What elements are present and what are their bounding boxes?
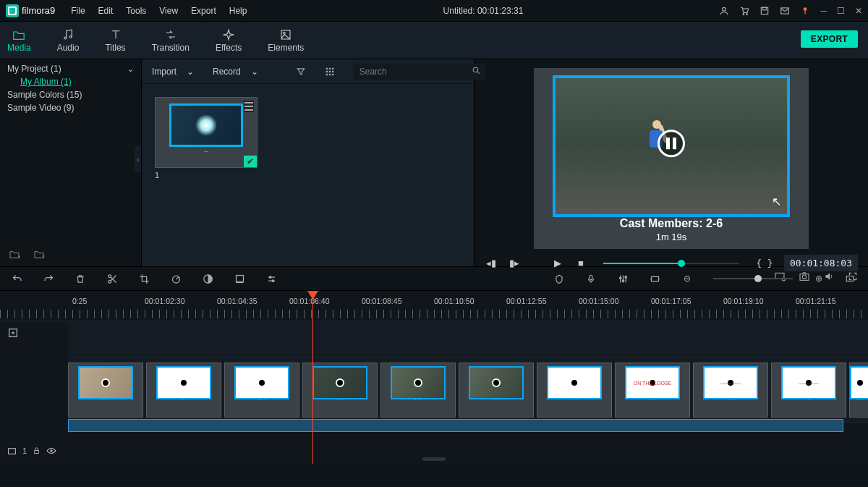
user-icon[interactable]	[719, 6, 729, 16]
render-icon[interactable]	[650, 274, 661, 284]
timeline-clip[interactable]: · · ·	[224, 363, 299, 418]
tab-transition[interactable]: Transition	[152, 28, 190, 53]
save-icon[interactable]	[760, 6, 770, 16]
pause-icon[interactable]	[658, 130, 685, 157]
timeline-clip[interactable]: ————· · ·	[693, 363, 768, 418]
video-track-header[interactable]: 1	[7, 446, 56, 455]
record-dropdown[interactable]: Record ⌄	[213, 67, 258, 77]
playback-slider[interactable]	[603, 263, 739, 264]
timeline-clip[interactable]: TH· · ·	[849, 363, 868, 418]
maximize-icon[interactable]: ☐	[837, 6, 845, 16]
voiceover-icon[interactable]	[586, 274, 597, 284]
marker-icon[interactable]	[554, 274, 566, 284]
import-dropdown[interactable]: Import ⌄	[152, 67, 194, 77]
zoom-out-icon[interactable]: ⊖	[681, 274, 693, 284]
tree-my-album[interactable]: My Album (1)	[20, 75, 134, 88]
zoom-in-icon[interactable]: ⊕	[813, 274, 825, 284]
visibility-icon[interactable]	[46, 447, 56, 454]
search-icon[interactable]	[472, 66, 481, 75]
green-screen-icon[interactable]	[234, 274, 246, 284]
stop-icon[interactable]: ■	[574, 258, 587, 268]
menu-help[interactable]: Help	[229, 6, 247, 16]
quality-settings-icon[interactable]	[774, 271, 786, 281]
clip-selection-bar[interactable]	[68, 419, 843, 432]
tab-effects[interactable]: Effects	[216, 28, 242, 53]
preview-canvas[interactable]: ↖ Cast Members: 2-6 1m 19s	[534, 68, 809, 249]
tab-elements[interactable]: Elements	[268, 28, 304, 53]
check-icon: ✔	[244, 156, 257, 167]
export-button[interactable]: EXPORT	[801, 30, 858, 48]
undo-icon[interactable]	[12, 274, 23, 284]
tab-titles[interactable]: Titles	[105, 28, 125, 53]
new-folder-icon[interactable]	[9, 249, 20, 259]
menu-tools[interactable]: Tools	[126, 6, 146, 16]
timeline-clip[interactable]: · · ·	[146, 363, 221, 418]
redo-icon[interactable]	[43, 274, 55, 284]
ruler-tick: 00:01:10:50	[434, 297, 474, 305]
message-icon[interactable]	[780, 6, 790, 16]
media-thumbnail[interactable]: ··· ✔	[155, 97, 258, 168]
svg-point-6	[804, 7, 807, 11]
delete-icon[interactable]	[75, 274, 87, 284]
filter-icon[interactable]	[296, 67, 306, 77]
notification-icon[interactable]	[800, 6, 810, 16]
timeline-clip[interactable]: · · ·	[302, 363, 378, 418]
svg-rect-13	[332, 67, 333, 69]
timeline-clip[interactable]: · · ·	[537, 363, 612, 418]
play-icon[interactable]: ▶	[551, 258, 564, 268]
lock-icon[interactable]	[33, 446, 41, 455]
clip-caption: · · ·	[303, 397, 377, 402]
menu-view[interactable]: View	[159, 6, 178, 16]
svg-rect-32	[590, 275, 592, 279]
ruler-tick: 00:01:06:40	[289, 297, 329, 305]
grid-view-icon[interactable]	[325, 67, 335, 77]
video-track[interactable]: · · ·· · ·· · ·· · ·· · ·· · ·· · ·ON TH…	[68, 357, 868, 423]
tree-sample-colors[interactable]: Sample Colors (15)	[7, 88, 134, 101]
markers-icon[interactable]: { }	[755, 258, 774, 268]
search-input[interactable]	[354, 64, 485, 80]
prev-frame-icon[interactable]: ◂▮	[485, 258, 498, 268]
adjust-icon[interactable]	[266, 274, 278, 284]
timeline-clip[interactable]: ————· · ·	[771, 363, 846, 418]
tree-sample-video[interactable]: Sample Video (9)	[7, 101, 134, 114]
svg-point-0	[723, 7, 726, 11]
menu-export[interactable]: Export	[191, 6, 216, 16]
menu-edit[interactable]: Edit	[98, 6, 114, 16]
timeline-clip[interactable]: · · ·	[68, 363, 143, 418]
next-frame-icon[interactable]: ▮▸	[508, 258, 521, 268]
speed-icon[interactable]	[171, 274, 182, 284]
audio-mixer-icon[interactable]	[618, 274, 629, 284]
timeline-clip[interactable]: · · ·	[380, 363, 456, 418]
ruler-tick: 00:01:15:00	[579, 297, 618, 305]
tab-elements-label: Elements	[268, 43, 304, 53]
zoom-fit-icon[interactable]	[845, 274, 856, 284]
track-area[interactable]: · · ·· · ·· · ·· · ·· · ·· · ·· · ·ON TH…	[0, 321, 868, 449]
minimize-icon[interactable]: ─	[820, 6, 827, 16]
svg-point-8	[69, 35, 72, 38]
empty-track[interactable]	[68, 321, 868, 357]
tab-audio[interactable]: Audio	[57, 28, 80, 53]
timeline-clip[interactable]: ON THE LOOSE· · ·	[615, 363, 690, 418]
app-logo: filmora9	[6, 4, 55, 17]
crop-icon[interactable]	[139, 274, 150, 284]
playhead[interactable]	[312, 291, 313, 464]
ruler-tick: 00:01:17:05	[651, 297, 691, 305]
zoom-slider[interactable]	[713, 278, 793, 279]
timeline-clip[interactable]: · · ·	[459, 363, 534, 418]
delete-folder-icon[interactable]	[33, 249, 45, 259]
horizontal-scroll-thumb[interactable]	[422, 457, 446, 461]
volume-icon[interactable]	[823, 271, 835, 281]
cart-icon[interactable]	[739, 6, 749, 16]
clip-thumbnail: ON THE LOOSE	[625, 366, 680, 399]
timeline-ruler[interactable]: 0:2500:01:02:3000:01:04:3500:01:06:4000:…	[0, 291, 868, 321]
text-icon	[109, 28, 123, 41]
split-icon[interactable]	[107, 274, 119, 284]
color-icon[interactable]	[203, 274, 214, 284]
snapshot-icon[interactable]	[799, 271, 810, 281]
preview-panel: ↖ Cast Members: 2-6 1m 19s ◂▮ ▮▸ ▶ ■ { }…	[474, 59, 868, 266]
menu-file[interactable]: File	[71, 6, 85, 16]
close-icon[interactable]: ✕	[855, 6, 862, 16]
tab-media[interactable]: Media	[7, 28, 31, 53]
tree-my-project[interactable]: My Project (1) ⌄	[7, 62, 134, 75]
titlebar: filmora9 File Edit Tools View Export Hel…	[0, 0, 868, 22]
